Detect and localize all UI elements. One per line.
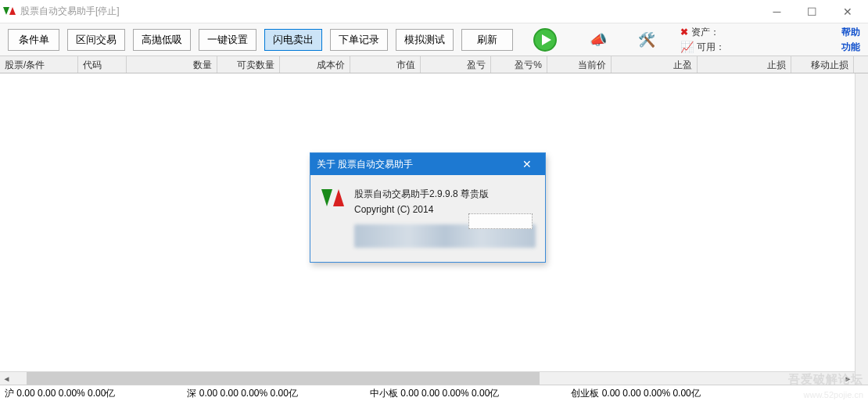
dialog-title-text: 关于 股票自动交易助手 [317,158,413,171]
dialog-ok-button[interactable] [468,213,533,229]
column-header[interactable]: 盈亏% [491,56,547,73]
watermark-url: www.52pojie.cn [804,390,863,399]
minimize-button[interactable]: ─ [759,1,794,23]
scroll-left-arrow[interactable]: ◄ [0,372,13,385]
column-header[interactable]: 数量 [127,56,217,73]
column-header[interactable]: 股票/条件 [0,56,78,73]
status-group: 深 0.00 0.00 0.00% 0.00亿 [187,387,297,400]
settings-icon[interactable]: 🛠️ [637,30,657,49]
title-bar: 股票自动交易助手[停止] ─ ☐ ✕ [0,0,868,23]
column-header[interactable]: 成本价 [280,56,350,73]
help-link[interactable]: 帮助 [841,26,860,39]
column-header[interactable]: 市值 [350,56,421,73]
column-header[interactable]: 当前价 [547,56,612,73]
window-controls: ─ ☐ ✕ [759,1,865,23]
available-label: 可用： [697,41,725,54]
toolbar-button-7[interactable]: 刷新 [461,29,513,51]
status-group: 中小板 0.00 0.00 0.00% 0.00亿 [370,387,499,400]
dialog-titlebar[interactable]: 关于 股票自动交易助手 ✕ [310,153,545,175]
window-title: 股票自动交易助手[停止] [20,5,120,18]
column-header[interactable]: 盈亏 [421,56,491,73]
toolbar-button-2[interactable]: 高抛低吸 [133,29,191,51]
column-header[interactable]: 止损 [698,56,791,73]
toolbar-button-0[interactable]: 条件单 [8,29,59,51]
status-bar: 沪 0.00 0.00 0.00% 0.00亿深 0.00 0.00 0.00%… [0,385,868,401]
func-link[interactable]: 功能 [841,41,860,54]
vertical-scrollbar[interactable] [855,73,868,385]
toolbar-button-3[interactable]: 一键设置 [199,29,256,51]
toolbar-button-4[interactable]: 闪电卖出 [264,29,322,51]
watermark-text: 吾爱破解论坛 [788,372,863,387]
status-group: 创业板 0.00 0.00 0.00% 0.00亿 [571,387,700,400]
column-header[interactable]: 止盈 [612,56,698,73]
alert-icon[interactable]: 📣 [588,30,608,49]
table-header: 股票/条件代码数量可卖数量成本价市值盈亏盈亏%当前价止盈止损移动止损 [0,56,868,73]
column-header[interactable]: 可卖数量 [217,56,280,73]
help-links: 帮助 功能 [841,26,860,54]
play-button[interactable] [533,28,557,52]
horizontal-scrollbar[interactable]: ◄ ► [0,371,855,385]
column-header[interactable]: 移动止损 [791,56,854,73]
close-button[interactable]: ✕ [830,1,865,23]
about-dialog: 关于 股票自动交易助手 ✕ 股票自动交易助手2.9.9.8 尊贵版 Copyri… [310,152,546,263]
toolbar-button-5[interactable]: 下单记录 [330,29,388,51]
asset-label: 资产： [691,26,719,39]
app-icon [3,5,16,18]
dialog-app-icon [321,188,345,209]
maximize-button[interactable]: ☐ [794,1,830,23]
dialog-line1: 股票自动交易助手2.9.9.8 尊贵版 [354,186,536,202]
chart-icon: 📈 [680,41,694,53]
dialog-close-button[interactable]: ✕ [515,158,539,170]
toolbar: 条件单区间交易高抛低吸一键设置闪电卖出下单记录模拟测试刷新 📣 🛠️ ✖资产： … [0,23,868,56]
asset-info: ✖资产： 📈可用： [680,26,725,54]
toolbar-button-6[interactable]: 模拟测试 [396,29,454,51]
toolbar-button-1[interactable]: 区间交易 [67,29,125,51]
status-group: 沪 0.00 0.00 0.00% 0.00亿 [5,387,115,400]
column-header[interactable]: 代码 [78,56,127,73]
x-icon: ✖ [680,27,688,38]
scroll-thumb[interactable] [27,372,540,385]
